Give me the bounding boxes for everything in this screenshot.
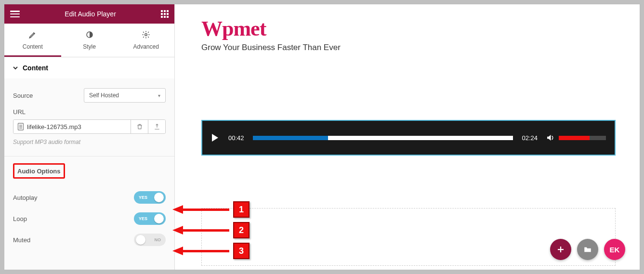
toggle-knob	[154, 193, 164, 202]
gear-icon	[142, 30, 150, 39]
url-hint: Support MP3 audio format	[13, 139, 166, 145]
url-input[interactable]: lifelike-126735.mp3	[13, 120, 131, 133]
fab-group: EK	[550, 239, 625, 260]
toggle-knob	[136, 235, 145, 245]
progress-bar[interactable]	[253, 136, 513, 140]
url-upload-button[interactable]	[148, 120, 165, 133]
tab-style[interactable]: Style	[61, 24, 118, 57]
chevron-down-icon: ▾	[158, 93, 160, 98]
add-button[interactable]	[550, 239, 571, 260]
annotation-1-number: 1	[233, 201, 250, 218]
speaker-icon	[545, 133, 555, 142]
volume-button[interactable]	[545, 133, 555, 142]
source-value: Self Hosted	[89, 92, 119, 99]
upload-icon	[154, 123, 160, 130]
toggle-on-label: YES	[139, 216, 147, 221]
toggle-off-label: NO	[155, 237, 161, 242]
section-body: Source Self Hosted ▾ URL lifelike-126735…	[4, 78, 174, 156]
editor-panel: Edit Audio Player Content Style Advanced	[4, 4, 175, 270]
autoplay-label: Autoplay	[13, 194, 38, 201]
brand-title: Wpmet	[201, 16, 616, 41]
caret-down-icon	[13, 65, 18, 70]
audio-options-body: Audio Options Autoplay YES Loop YES	[4, 157, 174, 265]
section-audio-options: Audio Options Autoplay YES Loop YES	[4, 157, 174, 265]
ek-label: EK	[610, 246, 620, 254]
toggle-knob	[154, 214, 164, 223]
source-label: Source	[13, 92, 33, 99]
progress-fill	[253, 136, 329, 140]
folder-icon	[583, 245, 592, 254]
loop-toggle[interactable]: YES	[134, 212, 166, 225]
trash-icon	[136, 123, 143, 130]
widgets-grid-icon[interactable]	[161, 10, 169, 18]
annotation-1: 1	[172, 201, 250, 218]
url-value: lifelike-126735.mp3	[27, 123, 81, 130]
total-time: 02:24	[522, 134, 538, 142]
url-label: URL	[13, 108, 166, 116]
play-icon	[211, 133, 219, 142]
autoplay-row: Autoplay YES	[13, 191, 166, 204]
brand-subtitle: Grow Your Business Faster Than Ever	[201, 43, 616, 52]
loop-row: Loop YES	[13, 212, 166, 225]
play-button[interactable]	[211, 133, 219, 142]
muted-row: Muted NO	[13, 234, 166, 246]
annotation-2: 2	[172, 222, 250, 238]
annotation-3: 3	[172, 243, 250, 259]
plus-icon	[556, 245, 565, 254]
half-circle-icon	[85, 30, 94, 39]
tab-style-label: Style	[83, 43, 96, 50]
file-icon	[17, 123, 24, 130]
audio-player: 00:42 02:24	[201, 120, 616, 156]
panel-title: Edit Audio Player	[65, 10, 116, 18]
toggle-on-label: YES	[139, 195, 147, 200]
app-frame: Edit Audio Player Content Style Advanced	[4, 4, 640, 270]
annotation-2-number: 2	[233, 222, 250, 238]
autoplay-toggle[interactable]: YES	[134, 191, 166, 204]
audio-options-heading: Audio Options	[17, 168, 61, 175]
section-toggle[interactable]: Content	[4, 57, 174, 78]
source-select[interactable]: Self Hosted ▾	[84, 88, 166, 103]
muted-toggle[interactable]: NO	[134, 234, 166, 246]
url-delete-button[interactable]	[131, 120, 148, 133]
tabs: Content Style Advanced	[4, 24, 174, 57]
tab-advanced[interactable]: Advanced	[118, 24, 174, 57]
muted-label: Muted	[13, 236, 30, 244]
source-row: Source Self Hosted ▾	[13, 88, 166, 103]
preview-canvas: Wpmet Grow Your Business Faster Than Eve…	[175, 4, 640, 270]
tab-advanced-label: Advanced	[133, 43, 158, 50]
pencil-icon	[28, 30, 37, 39]
tab-content[interactable]: Content	[4, 24, 61, 57]
section-title: Content	[23, 64, 48, 72]
library-button[interactable]	[577, 239, 598, 260]
section-content: Content Source Self Hosted ▾ URL lifelik…	[4, 57, 174, 157]
volume-bar[interactable]	[559, 136, 606, 140]
url-input-group: lifelike-126735.mp3	[13, 119, 166, 134]
svg-point-1	[145, 34, 147, 36]
loop-label: Loop	[13, 215, 27, 222]
annotation-3-number: 3	[233, 243, 250, 259]
volume-fill	[559, 136, 590, 140]
panel-header: Edit Audio Player	[4, 4, 174, 24]
current-time: 00:42	[228, 134, 244, 142]
menu-icon[interactable]	[10, 11, 20, 17]
ek-button[interactable]: EK	[604, 239, 625, 260]
audio-options-highlight: Audio Options	[13, 163, 65, 179]
tab-content-label: Content	[23, 43, 43, 50]
